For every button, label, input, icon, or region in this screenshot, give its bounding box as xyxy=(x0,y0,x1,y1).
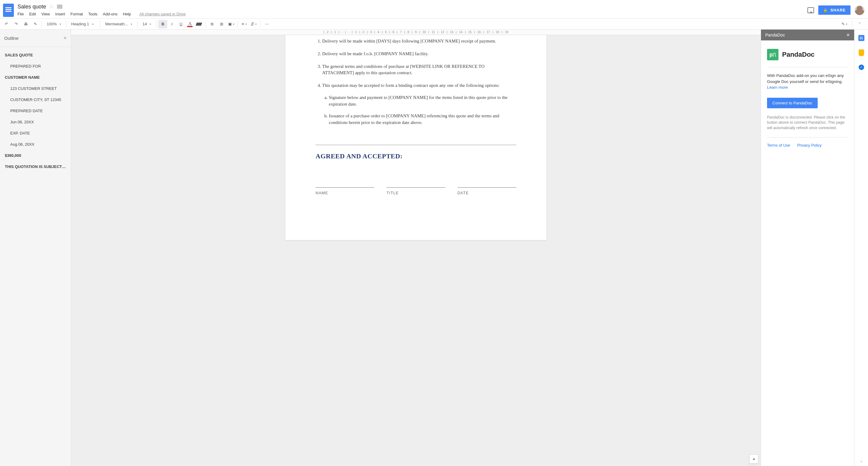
outline-list: SALES QUOTEPREPARED FORCUSTOMER NAME123 … xyxy=(0,50,71,172)
list-item: This quotation may be accepted to form a… xyxy=(322,82,516,126)
line-spacing-icon[interactable]: ⇵ xyxy=(249,20,258,28)
terms-link[interactable]: Terms of Use xyxy=(767,143,790,147)
list-item: The general terms and conditions of purc… xyxy=(322,63,516,77)
redo-icon[interactable]: ↷ xyxy=(11,20,21,28)
underline-button[interactable]: U xyxy=(176,20,185,28)
zoom-dropdown[interactable]: 100%▾ xyxy=(44,20,64,28)
menu-file[interactable]: File xyxy=(18,12,24,16)
menu-insert[interactable]: Insert xyxy=(55,12,65,16)
list-item: Signature below and payment to [COMPANY … xyxy=(329,94,516,108)
font-dropdown[interactable]: Merriweath...▾ xyxy=(102,20,135,28)
saved-status[interactable]: All changes saved in Drive xyxy=(140,12,186,16)
pandadoc-status: PandaDoc is disconnected. Please click o… xyxy=(767,115,848,131)
toolbar: ↶ ↷ 🖶 ✎ 100%▾ Heading 1▾ Merriweath...▾ … xyxy=(0,19,868,30)
close-outline-icon[interactable]: × xyxy=(63,35,67,41)
avatar[interactable] xyxy=(855,5,864,15)
lock-icon xyxy=(823,8,828,12)
signature-date: DATE xyxy=(458,187,516,195)
outline-item[interactable]: CUSTOMER NAME xyxy=(0,72,71,83)
list-item: Issuance of a purchase order to [COMPANY… xyxy=(329,113,516,126)
main-area: Outline × SALES QUOTEPREPARED FORCUSTOME… xyxy=(0,30,868,466)
calendar-icon[interactable]: 31 xyxy=(858,35,864,41)
menu-view[interactable]: View xyxy=(41,12,50,16)
paragraph-style-dropdown[interactable]: Heading 1▾ xyxy=(68,20,98,28)
insert-comment-icon[interactable]: ⊞ xyxy=(217,20,226,28)
paint-format-icon[interactable]: ✎ xyxy=(31,20,40,28)
align-icon[interactable]: ≡ xyxy=(240,20,249,28)
pandadoc-title: PandaDoc xyxy=(765,33,785,37)
outline-item[interactable]: 123 CUSTOMER STREET xyxy=(0,83,71,94)
bold-button[interactable]: B xyxy=(158,20,167,28)
outline-item[interactable]: SALES QUOTE xyxy=(0,50,71,61)
signature-row: NAME TITLE DATE xyxy=(315,187,516,195)
list-item: Delivery will be made within [DAYS] days… xyxy=(322,38,516,45)
text-color-button[interactable]: A xyxy=(185,20,194,28)
privacy-link[interactable]: Privacy Policy xyxy=(797,143,822,147)
pandadoc-panel: PandaDoc ✕ p⎍ PandaDoc With PandaDoc add… xyxy=(761,30,854,466)
menu-help[interactable]: Help xyxy=(123,12,131,16)
share-button[interactable]: SHARE xyxy=(818,5,850,15)
star-icon[interactable]: ☆ xyxy=(49,3,54,10)
menu-format[interactable]: Format xyxy=(70,12,83,16)
editing-mode-icon[interactable]: ✎ xyxy=(840,20,849,28)
pandadoc-description: With PandaDoc add-on you can eSign any G… xyxy=(767,73,844,84)
ruler-marks: | · 2 · | · 1 · | · · · | · · · | · 1 · … xyxy=(324,30,508,34)
list-item: Delivery will be made f.o.b. [COMPANY NA… xyxy=(322,51,516,57)
outline-title: Outline xyxy=(4,36,19,41)
signature-name: NAME xyxy=(315,187,374,195)
expand-siderail-icon[interactable]: › xyxy=(861,459,862,464)
side-rail: 31 ✓ › xyxy=(854,30,868,466)
title-block: Sales quote ☆ File Edit View Insert Form… xyxy=(18,3,186,17)
signature-title: TITLE xyxy=(386,187,445,195)
undo-icon[interactable]: ↶ xyxy=(2,20,11,28)
zoom-value: 100% xyxy=(47,22,57,26)
app-header: Sales quote ☆ File Edit View Insert Form… xyxy=(0,0,868,19)
outline-item[interactable]: CUSTOMER CITY, ST 12345 xyxy=(0,94,71,105)
pandadoc-header: PandaDoc ✕ xyxy=(761,30,854,40)
page[interactable]: Delivery will be made within [DAYS] days… xyxy=(285,35,547,240)
outline-item[interactable]: PREPARED FOR xyxy=(0,61,71,72)
docs-logo-icon[interactable] xyxy=(3,4,14,17)
explore-button[interactable]: ✦ xyxy=(749,455,758,464)
signature-separator xyxy=(315,145,516,145)
connect-pandadoc-button[interactable]: Connect to PandaDoc xyxy=(767,98,818,108)
font-size-dropdown[interactable]: 14▾ xyxy=(139,20,154,28)
style-value: Heading 1 xyxy=(71,22,89,26)
italic-button[interactable]: I xyxy=(167,20,176,28)
outline-item[interactable]: PREPARED DATE xyxy=(0,105,71,116)
outline-item[interactable]: THIS QUOTATION IS SUBJECT… xyxy=(0,161,71,172)
tasks-icon[interactable]: ✓ xyxy=(859,64,864,70)
font-value: Merriweath... xyxy=(105,22,128,26)
insert-link-icon[interactable]: ⧉ xyxy=(207,20,216,28)
size-value: 14 xyxy=(143,22,147,26)
collapse-toolbar-icon[interactable]: ⌃ xyxy=(855,22,864,26)
more-icon[interactable]: ⋯ xyxy=(262,20,271,28)
menu-bar: File Edit View Insert Format Tools Add-o… xyxy=(18,10,186,17)
outline-item[interactable]: Jun 06, 20XX xyxy=(0,116,71,127)
highlight-button[interactable] xyxy=(194,20,204,28)
close-pandadoc-icon[interactable]: ✕ xyxy=(846,33,850,37)
menu-addons[interactable]: Add-ons xyxy=(103,12,117,16)
share-label: SHARE xyxy=(830,8,846,12)
folder-icon[interactable] xyxy=(57,4,62,9)
agreed-heading: AGREED AND ACCEPTED: xyxy=(315,152,516,160)
ruler[interactable]: | · 2 · | · 1 · | · · · | · · · | · 1 · … xyxy=(71,30,761,35)
keep-icon[interactable] xyxy=(859,50,864,56)
menu-tools[interactable]: Tools xyxy=(88,12,97,16)
doc-title[interactable]: Sales quote xyxy=(18,4,46,10)
document-canvas[interactable]: | · 2 · | · 1 · | · · · | · · · | · 1 · … xyxy=(71,30,761,466)
comments-icon[interactable] xyxy=(807,7,814,13)
outline-panel: Outline × SALES QUOTEPREPARED FORCUSTOME… xyxy=(0,30,71,466)
learn-more-link[interactable]: Learn more xyxy=(767,85,788,90)
insert-image-icon[interactable]: ▣ xyxy=(227,20,236,28)
outline-item[interactable]: EXP. DATE xyxy=(0,127,71,139)
outline-item[interactable]: $380,000 xyxy=(0,150,71,161)
print-icon[interactable]: 🖶 xyxy=(21,20,30,28)
header-right: SHARE xyxy=(807,5,864,15)
pandadoc-brand-text: PandaDoc xyxy=(782,51,815,59)
terms-list: Delivery will be made within [DAYS] days… xyxy=(315,38,516,126)
outline-item[interactable]: Aug 06, 20XX xyxy=(0,139,71,150)
sublist: Signature below and payment to [COMPANY … xyxy=(322,94,516,126)
menu-edit[interactable]: Edit xyxy=(29,12,36,16)
pandadoc-logo-icon: p⎍ xyxy=(767,49,778,60)
